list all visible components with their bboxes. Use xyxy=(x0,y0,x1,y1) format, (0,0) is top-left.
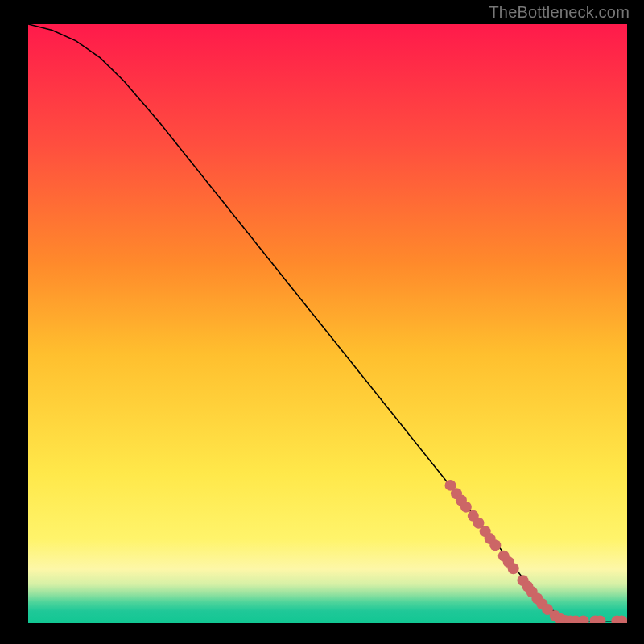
watermark-text: TheBottleneck.com xyxy=(489,3,630,22)
chart-frame: TheBottleneck.com xyxy=(0,0,644,644)
svg-rect-0 xyxy=(28,24,627,623)
background-gradient xyxy=(28,24,627,623)
plot-area xyxy=(28,24,627,621)
